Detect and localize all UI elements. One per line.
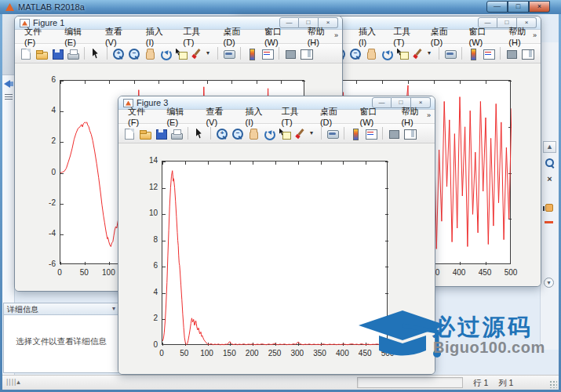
figure1-toolbar: [15, 44, 342, 64]
menu-overflow-icon[interactable]: »: [533, 31, 537, 39]
insert-colorbar-icon[interactable]: [245, 47, 259, 60]
link-plot-icon[interactable]: [326, 127, 340, 140]
menu-item-0[interactable]: 文件(F): [18, 25, 58, 48]
x-tick-label: 100: [195, 349, 219, 358]
zoom-out-icon[interactable]: [348, 47, 362, 60]
menu-item-2[interactable]: 查看(V): [199, 105, 239, 128]
panel-dropdown-icon[interactable]: ▾: [112, 305, 115, 312]
menu-item-4[interactable]: 工具(T): [387, 25, 424, 48]
menu-item-3[interactable]: 插入(I): [239, 105, 275, 128]
open-folder-icon[interactable]: [138, 127, 152, 140]
search-magnifier-icon[interactable]: [543, 157, 556, 169]
toolbar-separator: [188, 127, 188, 140]
dropdown-icon[interactable]: [309, 127, 317, 140]
insert-legend-icon[interactable]: [482, 47, 496, 60]
x-tick-label: 500: [499, 268, 523, 277]
menu-item-3[interactable]: 插入(I): [352, 25, 387, 48]
data-cursor-icon[interactable]: [278, 127, 292, 140]
show-plot-tools-icon[interactable]: [520, 47, 534, 60]
menu-item-6[interactable]: 窗口(W): [354, 105, 395, 128]
open-folder-icon[interactable]: [35, 47, 49, 60]
show-plot-tools-icon[interactable]: [299, 47, 313, 60]
insert-legend-icon[interactable]: [260, 47, 275, 60]
menu-item-1[interactable]: 编辑(E): [160, 105, 199, 128]
y-tick-label: -2: [35, 198, 56, 207]
matlab-titlebar[interactable]: MATLAB R2018a — □ ×: [0, 0, 561, 14]
rotate-3d-icon[interactable]: [158, 47, 173, 60]
save-icon[interactable]: [154, 127, 168, 140]
details-panel-header[interactable]: 详细信息 ▾: [4, 303, 118, 315]
arrow-cursor-icon[interactable]: [192, 127, 206, 140]
row-label: 行: [473, 378, 482, 387]
menu-item-0[interactable]: 文件(F): [122, 105, 160, 128]
statusbar-field: [357, 377, 463, 388]
data-cursor-icon[interactable]: [174, 47, 188, 60]
menu-item-6[interactable]: 窗口(W): [463, 25, 503, 48]
brush-icon[interactable]: [411, 47, 425, 60]
hide-plot-tools-icon[interactable]: [505, 47, 519, 60]
minimize-button[interactable]: —: [486, 1, 508, 13]
menu-item-4[interactable]: 工具(T): [275, 105, 314, 128]
dropdown-icon[interactable]: [206, 47, 213, 60]
y-tick-label: 14: [137, 156, 158, 165]
menu-item-1[interactable]: 编辑(E): [58, 25, 99, 48]
menu-item-5[interactable]: 桌面(D): [217, 25, 258, 48]
show-plot-tools-icon[interactable]: [403, 127, 417, 140]
menu-overflow-icon[interactable]: »: [334, 31, 338, 39]
x-tick-label: 200: [240, 349, 264, 358]
collapse-circle-icon[interactable]: ▾: [544, 278, 554, 288]
close-button[interactable]: ×: [529, 1, 550, 13]
arrow-cursor-icon[interactable]: [89, 47, 103, 60]
zoom-in-icon[interactable]: [215, 127, 229, 140]
menu-item-5[interactable]: 桌面(D): [424, 25, 463, 48]
toolbar-separator: [240, 47, 241, 60]
print-icon[interactable]: [66, 47, 80, 60]
new-document-icon[interactable]: [19, 47, 33, 60]
rotate-3d-icon[interactable]: [262, 127, 276, 140]
maximize-button[interactable]: □: [508, 1, 529, 13]
y-tick-label: 10: [137, 209, 158, 217]
hide-plot-tools-icon[interactable]: [387, 127, 401, 140]
insert-legend-icon[interactable]: [364, 127, 378, 140]
pan-hand-icon[interactable]: [246, 127, 260, 140]
pan-hand-icon[interactable]: [364, 47, 378, 60]
col-label: 列: [498, 378, 507, 387]
save-icon[interactable]: [50, 47, 64, 60]
menu-item-4[interactable]: 工具(T): [177, 25, 217, 48]
data-cursor-icon[interactable]: [395, 47, 410, 60]
close-x-icon[interactable]: ×: [543, 174, 556, 186]
menu-item-5[interactable]: 桌面(D): [314, 105, 354, 128]
figure1-menubar: 文件(F)编辑(E)查看(V)插入(I)工具(T)桌面(D)窗口(W)帮助(H)…: [15, 30, 342, 44]
zoom-out-icon[interactable]: [231, 127, 245, 140]
menu-item-6[interactable]: 窗口(W): [258, 25, 301, 48]
watermark: 必过源码 Biguo100.com: [366, 306, 559, 370]
menu-item-2[interactable]: 查看(V): [99, 25, 140, 48]
new-document-icon[interactable]: [122, 127, 137, 140]
pan-hand-icon[interactable]: [143, 47, 157, 60]
col-value: 1: [509, 378, 514, 387]
menu-overflow-icon[interactable]: »: [427, 111, 431, 119]
insert-colorbar-icon[interactable]: [348, 127, 362, 140]
toolbar-separator: [279, 47, 279, 60]
breakpoint-marker-icon[interactable]: [545, 204, 553, 212]
list-icon[interactable]: [5, 94, 13, 100]
menu-item-3[interactable]: 插入(I): [140, 25, 177, 48]
statusbar-grip[interactable]: ||||▴: [6, 378, 21, 386]
rotate-3d-icon[interactable]: [380, 47, 394, 60]
brush-icon[interactable]: [293, 127, 308, 140]
toolbar-separator: [321, 127, 322, 140]
link-plot-icon[interactable]: [443, 47, 457, 60]
back-arrow-icon[interactable]: [4, 80, 10, 88]
scroll-up-icon[interactable]: ▲: [543, 141, 556, 153]
resize-grip-icon[interactable]: [549, 380, 557, 388]
brush-icon[interactable]: [190, 47, 204, 60]
dropdown-icon[interactable]: [427, 47, 435, 60]
zoom-in-icon[interactable]: [111, 47, 126, 60]
insert-colorbar-icon[interactable]: [466, 47, 480, 60]
y-tick-label: 4: [35, 106, 56, 114]
print-icon[interactable]: [169, 127, 184, 140]
toolstrip-sliver: [2, 14, 15, 75]
hide-plot-tools-icon[interactable]: [283, 47, 297, 60]
link-plot-icon[interactable]: [222, 47, 236, 60]
zoom-out-icon[interactable]: [127, 47, 141, 60]
